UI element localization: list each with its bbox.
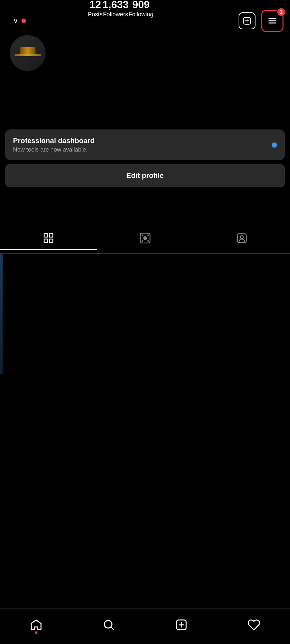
notification-dot	[21, 19, 26, 23]
svg-point-18	[240, 236, 243, 239]
svg-point-13	[147, 235, 149, 236]
svg-rect-6	[44, 234, 48, 237]
pro-dashboard-subtitle: New tools are now available.	[13, 146, 95, 153]
svg-point-12	[141, 235, 143, 236]
post-image-strip	[0, 254, 3, 374]
post-area	[0, 254, 290, 374]
username-bio-area	[7, 103, 283, 123]
posts-count: 12	[90, 0, 101, 10]
following-label: Following	[129, 11, 153, 18]
menu-button[interactable]: 1	[261, 10, 283, 32]
new-post-button[interactable]	[239, 12, 255, 29]
svg-rect-8	[44, 239, 48, 243]
avatar-image	[15, 47, 41, 56]
home-notification-dot	[35, 631, 37, 634]
nav-home[interactable]	[0, 618, 73, 631]
bottom-navigation	[0, 608, 290, 644]
edit-profile-button[interactable]: Edit profile	[5, 164, 285, 187]
tab-tagged[interactable]	[193, 226, 290, 250]
tabs-row	[0, 223, 290, 253]
posts-stat[interactable]: 12 Posts	[88, 0, 103, 18]
dropdown-arrow-icon[interactable]: ∨	[13, 17, 18, 25]
pro-dashboard-blue-dot	[272, 142, 277, 148]
nav-search[interactable]	[73, 618, 145, 631]
svg-point-15	[147, 240, 149, 242]
avatar-area: 12 Posts 1,633 Followers 909 Following	[7, 35, 283, 71]
followers-count: 1,633	[103, 0, 129, 10]
followers-label: Followers	[103, 11, 128, 18]
menu-notification-badge: 1	[277, 7, 286, 17]
svg-point-14	[141, 240, 143, 242]
avatar[interactable]	[10, 35, 46, 71]
following-count: 909	[132, 0, 149, 10]
svg-line-20	[111, 627, 114, 630]
followers-stat[interactable]: 1,633 Followers	[103, 0, 129, 18]
avatar-placeholder	[10, 35, 46, 71]
pro-dashboard-text: Professional dashboard New tools are now…	[13, 137, 95, 153]
username-area: ∨	[13, 17, 26, 25]
pro-dashboard-title: Professional dashboard	[13, 137, 95, 145]
svg-rect-9	[49, 239, 53, 243]
tab-grid[interactable]	[0, 226, 97, 250]
posts-label: Posts	[88, 11, 103, 18]
professional-dashboard-card[interactable]: Professional dashboard New tools are now…	[5, 129, 285, 160]
following-stat[interactable]: 909 Following	[129, 0, 153, 18]
content-area	[0, 253, 290, 383]
nav-activity[interactable]	[217, 618, 290, 631]
profile-section: 12 Posts 1,633 Followers 909 Following	[0, 35, 290, 123]
stats-row: 12 Posts 1,633 Followers 909 Following	[88, 0, 153, 18]
tab-reels[interactable]	[97, 226, 193, 250]
nav-add-post[interactable]	[145, 618, 218, 631]
svg-rect-7	[49, 234, 53, 237]
profile-tabs	[0, 223, 290, 253]
